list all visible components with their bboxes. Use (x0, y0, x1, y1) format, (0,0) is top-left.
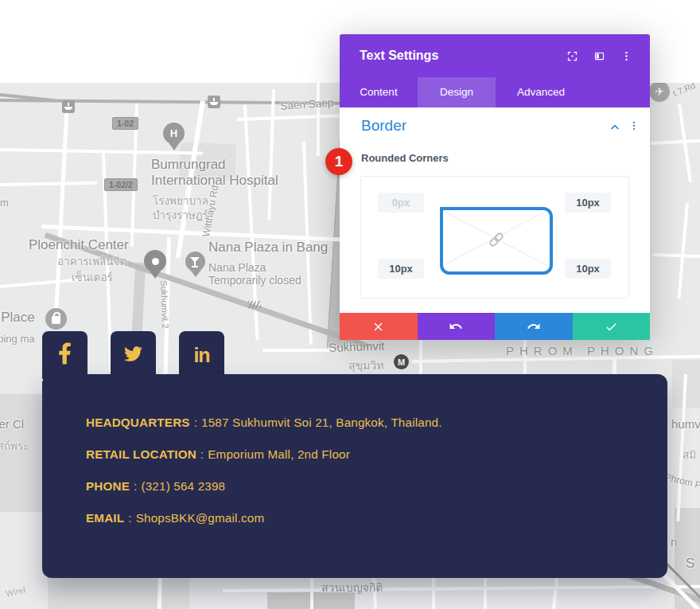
map-label-mer-thai: บสถ์พระ (0, 437, 29, 455)
map-road (678, 203, 689, 299)
location-pin-icon (144, 250, 166, 272)
facebook-tab[interactable] (42, 331, 88, 379)
map-label-sukhumvit-thai: สุขุมวิท (348, 357, 383, 374)
road-badge: 1-02 (112, 117, 138, 130)
map-road (432, 578, 435, 609)
tab-advanced[interactable]: Advanced (496, 77, 586, 107)
corner-top-left-input[interactable]: 0px (378, 193, 424, 213)
corner-bottom-left-input[interactable]: 10px (378, 259, 424, 279)
contact-line-email: EMAIL:ShopsBKK@gmail.com (86, 511, 442, 525)
cancel-button[interactable] (340, 313, 418, 340)
pier-boat-icon (208, 96, 220, 108)
contact-card: HEADQUARTERS:1587 Sukhumvit Soi 21, Bang… (42, 374, 667, 578)
border-section-menu-icon[interactable] (628, 119, 640, 135)
facebook-icon (58, 342, 72, 368)
modal-tabs: Content Design Advanced (340, 77, 650, 107)
map-block (132, 263, 146, 334)
hospital-pin-icon: H (163, 123, 185, 144)
modal-body: Border Rounded Corners 0px 10px 10px 10p… (340, 107, 650, 313)
modal-title: Text Settings (360, 49, 566, 63)
map-label-hospital-thai2: บำรุงราษฎร์ (153, 206, 208, 224)
metro-station-icon: M (394, 354, 409, 369)
map-label-m: m (0, 197, 9, 209)
map-label-nana-plaza: Nana Plaza (208, 261, 266, 274)
undo-button[interactable] (418, 313, 496, 340)
link-corners-icon[interactable] (488, 231, 505, 252)
map-label-phrom-phong: PHROM PHONG (506, 344, 659, 357)
map-label-smi: สมิ (682, 446, 696, 463)
chevron-up-icon[interactable] (609, 121, 621, 137)
page: 1-02 1-02/2 Saen Saep Bumrungrad Interna… (0, 0, 700, 609)
map-label-saen-saep: Saen Saep (280, 96, 334, 112)
map-label-rd7: t.7.Rd (671, 83, 697, 98)
map-label-sukhumvit-2: Sukhumvit 2 (159, 280, 170, 329)
redo-button[interactable] (495, 313, 573, 340)
linkedin-tab[interactable]: in (179, 331, 224, 379)
rounded-corners-control: 0px 10px 10px 10px (360, 176, 629, 299)
map-label-temporarily-closed: Temporarily closed (208, 274, 301, 287)
modal-more-menu-icon[interactable] (620, 50, 632, 62)
save-button[interactable] (573, 313, 651, 340)
map-label-nana-plaza-title: Nana Plaza in Bang (208, 240, 328, 256)
tab-design[interactable]: Design (418, 77, 496, 107)
road-badge: 1-02/2 (104, 178, 138, 191)
expand-modal-icon[interactable] (566, 50, 578, 62)
map-road (237, 114, 344, 121)
map-road (651, 139, 700, 145)
tab-content[interactable]: Content (340, 77, 418, 107)
linkedin-icon: in (193, 344, 209, 367)
map-label-pping: pping ma (0, 333, 34, 345)
map-road (552, 578, 558, 609)
border-section-header[interactable]: Border (361, 117, 406, 135)
map-road (53, 102, 69, 325)
corner-top-right-input[interactable]: 10px (565, 193, 611, 213)
snap-panel-icon[interactable] (593, 50, 605, 62)
map-label-ploenchit-thai1: อาคารเพลินจิต (57, 252, 126, 270)
map-road (484, 578, 487, 609)
contact-line-headquarters: HEADQUARTERS:1587 Sukhumvit Soi 21, Bang… (86, 416, 442, 429)
contact-line-retail: RETAIL LOCATION:Emporium Mall, 2nd Floor (86, 447, 442, 461)
twitter-icon (122, 345, 144, 366)
map-label-ploenchit-thai2: เซ็นเตอร์ (72, 268, 113, 286)
map-label-sukhumvit: Sukhumvit (329, 339, 385, 354)
map-label-mer: mer Cl (0, 417, 24, 431)
twitter-tab[interactable] (111, 331, 156, 379)
map-label-s: S (686, 556, 694, 572)
map-label-bumrungrad: Bumrungrad (151, 157, 226, 173)
map-road (267, 89, 275, 221)
cocktail-bar-pin-icon (185, 252, 205, 271)
map-road (0, 182, 97, 186)
modal-footer (340, 313, 650, 340)
map-label-humv: humv (671, 417, 700, 431)
map-label-ploenchit-center: Ploenchit Center (29, 237, 129, 253)
map-label-wireless: Wirel (5, 585, 26, 599)
corner-bottom-right-input[interactable]: 10px (565, 259, 611, 279)
map-road (223, 585, 700, 592)
pier-boat-icon (62, 100, 75, 113)
corner-radius-preview (440, 207, 553, 275)
contact-line-phone: PHONE:(321) 564 2398 (86, 479, 442, 493)
railway-crossing-icon (248, 301, 261, 308)
map-road (317, 83, 320, 156)
shopping-bag-icon (45, 308, 67, 330)
map-road (652, 253, 700, 258)
airport-poi-icon: ✈ (649, 83, 670, 102)
map-label-park-thai: สวนเบญจกิติ (321, 579, 383, 596)
rounded-corners-label: Rounded Corners (361, 152, 449, 164)
annotation-step-badge: 1 (325, 148, 352, 175)
map-label-place: s Place (0, 310, 35, 326)
text-settings-modal: Text Settings Content Design Advanced Bo… (340, 34, 650, 340)
map-label-n: n (671, 535, 677, 548)
map-road (310, 578, 313, 609)
modal-header: Text Settings (340, 34, 650, 77)
